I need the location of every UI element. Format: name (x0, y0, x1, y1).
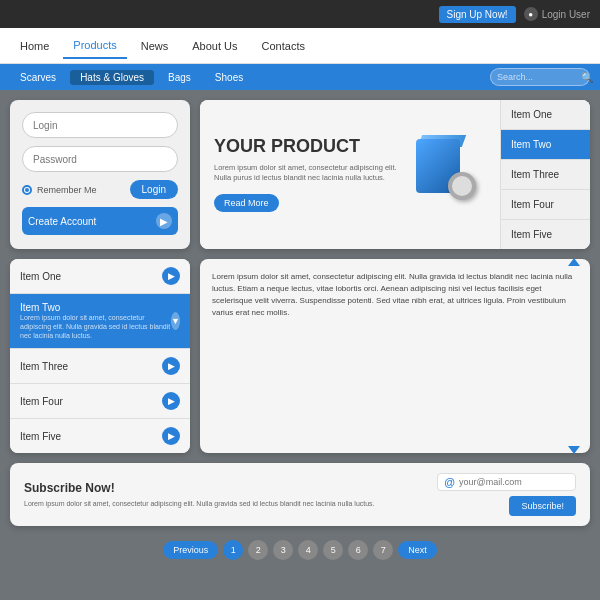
subscribe-text: Subscribe Now! Lorem ipsum dolor sit ame… (24, 481, 427, 509)
login-user-label: Login User (542, 9, 590, 20)
list-item-1-label: Item One (20, 271, 61, 282)
search-input[interactable] (497, 72, 577, 82)
list-item-3-label: Item Three (20, 361, 68, 372)
create-account-label: Create Account (28, 216, 96, 227)
right-item-4[interactable]: Item Four (501, 190, 590, 220)
email-input-wrap[interactable]: @ (437, 473, 576, 491)
product-image (416, 135, 486, 215)
prev-button[interactable]: Previous (163, 541, 218, 559)
list-item-2[interactable]: Item Two Lorem ipsum dolor sit amet, con… (10, 294, 190, 349)
product-right-wrap: YOUR PRODUCT Lorem ipsum dolor sit amet,… (200, 100, 590, 249)
nav-bar: Home Products News About Us Contacts (0, 28, 600, 64)
list-item-2-content: Item Two Lorem ipsum dolor sit amet, con… (20, 302, 171, 340)
subscribe-widget: Subscribe Now! Lorem ipsum dolor sit ame… (10, 463, 590, 526)
nav-home[interactable]: Home (10, 34, 59, 58)
remember-text: Remember Me (37, 185, 97, 195)
product-title: YOUR PRODUCT (214, 137, 406, 157)
right-panel-items: Item One Item Two Item Three Item Four I… (500, 100, 590, 249)
text-widget: Lorem ipsum dolor sit amet, consectetur … (200, 259, 590, 453)
product-3d-box (416, 135, 466, 195)
signup-button[interactable]: Sign Up Now! (439, 6, 516, 23)
right-item-5[interactable]: Item Five (501, 220, 590, 249)
subnav-bags[interactable]: Bags (158, 70, 201, 85)
page-2[interactable]: 2 (248, 540, 268, 560)
list-item-2-sub: Lorem ipsum dolor sit amet, consectetur … (20, 313, 171, 340)
list-item-5-label: Item Five (20, 431, 61, 442)
login-widget: Remember Me Login Create Account ▶ (10, 100, 190, 249)
subscribe-title: Subscribe Now! (24, 481, 427, 495)
page-6[interactable]: 6 (348, 540, 368, 560)
list-item-4-label: Item Four (20, 396, 63, 407)
create-account-bar[interactable]: Create Account ▶ (22, 207, 178, 235)
email-input[interactable] (459, 477, 569, 487)
list-item-1-arrow-icon: ▶ (162, 267, 180, 285)
list-item-2-arrow-icon: ▼ (171, 312, 180, 330)
list-item-3[interactable]: Item Three ▶ (10, 349, 190, 384)
page-4[interactable]: 4 (298, 540, 318, 560)
right-item-1[interactable]: Item One (501, 100, 590, 130)
product-text: YOUR PRODUCT Lorem ipsum dolor sit amet,… (214, 137, 406, 212)
list-item-1[interactable]: Item One ▶ (10, 259, 190, 294)
items-list-widget: Item One ▶ Item Two Lorem ipsum dolor si… (10, 259, 190, 453)
row2: Item One ▶ Item Two Lorem ipsum dolor si… (10, 259, 590, 453)
list-item-2-label: Item Two (20, 302, 171, 313)
search-box[interactable]: 🔍 (490, 68, 590, 86)
remember-me-label[interactable]: Remember Me (22, 185, 97, 195)
page-7[interactable]: 7 (373, 540, 393, 560)
nav-contacts[interactable]: Contacts (252, 34, 315, 58)
password-input[interactable] (22, 146, 178, 172)
subscribe-button[interactable]: Subscribe! (509, 496, 576, 516)
login-input[interactable] (22, 112, 178, 138)
product-widget: YOUR PRODUCT Lorem ipsum dolor sit amet,… (200, 100, 500, 249)
scroll-down-icon[interactable] (568, 446, 580, 454)
create-account-arrow-icon: ▶ (156, 213, 172, 229)
row1: Remember Me Login Create Account ▶ YOUR … (10, 100, 590, 249)
remember-radio[interactable] (22, 185, 32, 195)
list-item-3-arrow-icon: ▶ (162, 357, 180, 375)
list-item-5-arrow-icon: ▶ (162, 427, 180, 445)
nav-news[interactable]: News (131, 34, 179, 58)
nav-products[interactable]: Products (63, 33, 126, 59)
subscribe-right: @ Subscribe! (437, 473, 576, 516)
page-1[interactable]: 1 (223, 540, 243, 560)
pagination: Previous 1 2 3 4 5 6 7 Next (10, 532, 590, 564)
sub-nav: Scarves Hats & Gloves Bags Shoes 🔍 (0, 64, 600, 90)
subnav-hats[interactable]: Hats & Gloves (70, 70, 154, 85)
scroll-up-icon[interactable] (568, 258, 580, 266)
nav-about[interactable]: About Us (182, 34, 247, 58)
login-user: ● Login User (524, 7, 590, 21)
at-icon: @ (444, 476, 455, 488)
remember-row: Remember Me Login (22, 180, 178, 199)
right-item-3[interactable]: Item Three (501, 160, 590, 190)
subscribe-description: Lorem ipsum dolor sit amet, consectetur … (24, 499, 427, 509)
product-description: Lorem ipsum dolor sit amet, consectetur … (214, 163, 406, 184)
box-ring (448, 172, 476, 200)
login-button[interactable]: Login (130, 180, 178, 199)
page-3[interactable]: 3 (273, 540, 293, 560)
subnav-shoes[interactable]: Shoes (205, 70, 253, 85)
page-5[interactable]: 5 (323, 540, 343, 560)
right-item-2[interactable]: Item Two (501, 130, 590, 160)
subnav-scarves[interactable]: Scarves (10, 70, 66, 85)
top-bar: Sign Up Now! ● Login User (0, 0, 600, 28)
list-item-4-arrow-icon: ▶ (162, 392, 180, 410)
user-icon: ● (524, 7, 538, 21)
list-item-4[interactable]: Item Four ▶ (10, 384, 190, 419)
row3: Subscribe Now! Lorem ipsum dolor sit ame… (10, 463, 590, 526)
read-more-button[interactable]: Read More (214, 194, 279, 212)
list-item-5[interactable]: Item Five ▶ (10, 419, 190, 453)
main-content: Remember Me Login Create Account ▶ YOUR … (0, 90, 600, 574)
text-content: Lorem ipsum dolor sit amet, consectetur … (212, 271, 578, 319)
search-icon: 🔍 (581, 72, 593, 83)
next-button[interactable]: Next (398, 541, 437, 559)
